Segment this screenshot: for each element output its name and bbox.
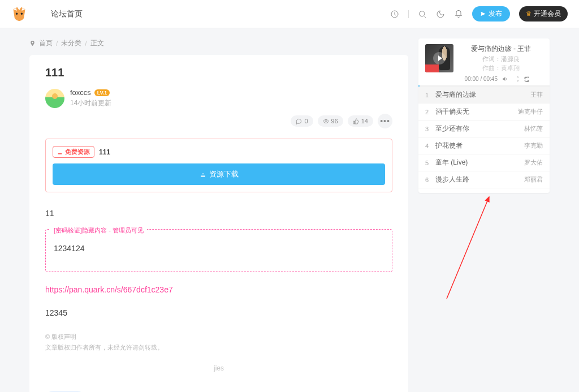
play-icon [433,52,446,64]
eye-icon [323,118,329,124]
crumb-sep: / [56,40,58,48]
resource-title-text: 111 [99,148,110,156]
divider [408,10,409,18]
search-icon[interactable] [418,10,427,19]
track-name: 漫步人生路 [435,175,524,184]
stat-row: 0 96 14 ••• [45,114,392,128]
author-row: foxccs LV.1 14小时前更新 [45,88,392,108]
logo-icon[interactable] [11,6,27,22]
track-name: 护花使者 [435,141,524,150]
download-icon [200,171,206,178]
crumb-home[interactable]: 首页 [39,38,53,48]
album-cover[interactable] [425,44,453,72]
music-player: 爱与痛的边缘 - 王菲 作词：潘源良 作曲：黄卓翔 00:00 / 00:45 … [418,38,550,193]
header: 论坛首页 发布 ♛ 开通会员 [0,0,579,28]
copyright: © 版权声明 文章版权归作者所有，未经允许请勿转载。 [45,331,392,352]
post-card: 111 foxccs LV.1 14小时前更新 0 [29,55,408,392]
crumb-current: 正文 [90,38,104,48]
track-num: 3 [425,126,435,132]
content-line: 11 [45,206,392,221]
header-actions: 发布 ♛ 开通会员 [390,6,568,21]
track-num: 2 [425,109,435,115]
breadcrumb: 首页 / 未分类 / 正文 [29,38,408,48]
playlist-item[interactable]: 3至少还有你林忆莲 [418,120,550,137]
view-count: 96 [331,118,338,124]
comment-count: 0 [304,118,308,124]
volume-icon[interactable] [502,76,508,82]
track-num: 5 [425,160,435,166]
crumb-category[interactable]: 未分类 [61,38,81,48]
track-name: 往事只能回味 [435,192,524,193]
comment-icon [296,118,302,124]
list-icon[interactable] [534,76,541,82]
download-small-icon [57,149,63,155]
song-lyricist: 作词：潘源良 [459,55,543,63]
track-artist: 迪克牛仔 [518,107,543,116]
hidden-label: [密码验证]隐藏内容 - 管理员可见 [50,225,147,236]
pin-icon [29,40,36,46]
support-icon[interactable] [390,10,399,19]
playlist-item[interactable]: 4护花使者李克勤 [418,137,550,154]
copyright-text: 文章版权归作者所有，未经允许请勿转载。 [45,342,392,353]
svg-point-1 [21,12,23,15]
nav-forum-home[interactable]: 论坛首页 [44,9,89,19]
svg-point-0 [16,12,18,15]
playlist-item[interactable]: 6漫步人生路邓丽君 [418,171,550,188]
track-num: 6 [425,176,435,183]
track-name: 酒干倘卖无 [435,107,518,117]
track-num: 4 [425,143,435,149]
post-content: 11 [密码验证]隐藏内容 - 管理员可见 1234124 https://pa… [45,206,392,392]
track-artist: 王菲 [530,91,543,99]
svg-line-5 [447,197,489,299]
track-num: 1 [425,92,435,98]
playlist: 1爱与痛的边缘王菲2酒干倘卖无迪克牛仔3至少还有你林忆莲4护花使者李克勤5童年 … [418,87,550,193]
playlist-item[interactable]: 1爱与痛的边缘王菲 [418,87,550,104]
publish-button[interactable]: 发布 [472,6,510,21]
song-title: 爱与痛的边缘 - 王菲 [459,44,543,54]
stat-views: 96 [318,115,343,127]
crumb-sep: / [85,40,87,48]
bell-icon[interactable] [454,10,463,19]
track-artist: 罗大佑 [524,158,543,167]
repeat-icon[interactable] [524,76,530,82]
track-artist: 邓丽君 [524,175,543,184]
track-name: 爱与痛的边缘 [435,90,530,100]
progress-bar[interactable] [418,85,550,87]
external-link[interactable]: https://pan.quark.cn/s/667dcf1c23e7 [45,282,392,298]
level-badge: LV.1 [94,89,110,96]
post-title: 111 [45,66,392,79]
resource-tag-label: 免费资源 [65,148,90,156]
download-button[interactable]: 资源下载 [53,163,385,185]
playlist-item[interactable]: 5童年 (Live)罗大佑 [418,154,550,171]
playlist-item[interactable]: 2酒干倘卖无迪克牛仔 [418,104,550,120]
playlist-item[interactable]: 7往事只能回味高胜美 [418,188,550,193]
jies-divider: jies [45,362,392,375]
svg-point-4 [325,120,327,122]
vip-button[interactable]: ♛ 开通会员 [519,6,568,21]
stat-likes[interactable]: 14 [348,115,373,127]
crown-icon: ♛ [526,10,532,18]
like-count: 14 [361,118,368,124]
publish-label: 发布 [489,9,502,19]
copyright-title: © 版权声明 [45,331,392,342]
track-name: 童年 (Live) [435,158,524,167]
time-display: 00:00 / 00:45 [465,76,498,82]
shuffle-icon[interactable] [513,76,519,82]
more-button[interactable]: ••• [378,114,392,128]
author-name-text: foxccs [70,88,91,97]
resource-box: 免费资源 111 资源下载 [45,139,392,192]
avatar[interactable] [45,89,64,108]
resource-tag: 免费资源 [53,146,94,158]
annotation-arrow [435,191,537,304]
track-artist: 李克勤 [524,141,543,150]
post-time: 14小时前更新 [70,98,111,108]
author-name[interactable]: foxccs LV.1 [70,88,111,97]
theme-icon[interactable] [436,10,445,19]
song-composer: 作曲：黄卓翔 [459,64,543,72]
track-name: 至少还有你 [435,124,524,133]
stat-comments[interactable]: 0 [291,115,313,127]
content-line: 12345 [45,305,392,321]
hidden-body: 1234124 [54,241,384,256]
svg-point-3 [420,11,425,16]
track-artist: 林忆莲 [524,124,543,133]
